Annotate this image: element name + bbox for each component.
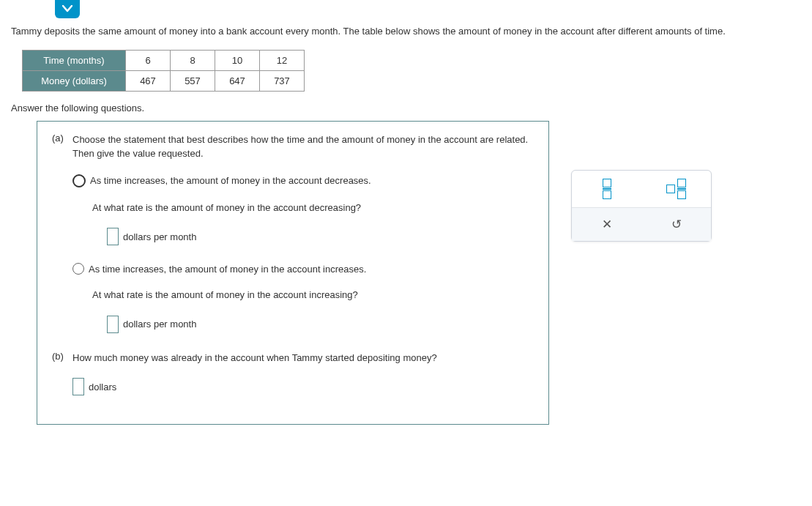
table-row: Time (months) 6 8 10 12 xyxy=(23,50,305,70)
table-cell: 6 xyxy=(126,50,171,70)
table-row: Money (dollars) 467 557 647 737 xyxy=(23,70,305,91)
table-cell: 737 xyxy=(260,70,305,91)
fraction-icon xyxy=(603,179,611,199)
tool-panel: ✕ ↺ xyxy=(571,170,712,242)
table-cell: 10 xyxy=(215,50,260,70)
data-table: Time (months) 6 8 10 12 Money (dollars) … xyxy=(22,50,305,92)
option-increases-label: As time increases, the amount of money i… xyxy=(89,264,366,275)
part-b-marker: (b) xyxy=(52,351,72,362)
part-a-marker: (a) xyxy=(52,133,72,144)
radio-option-increases[interactable] xyxy=(72,263,84,275)
fraction-tool[interactable] xyxy=(572,171,641,207)
answer-prompt: Answer the following questions. xyxy=(11,103,801,114)
clear-button[interactable]: ✕ xyxy=(572,208,641,241)
table-cell: 647 xyxy=(215,70,260,91)
rate-decreasing-question: At what rate is the amount of money in t… xyxy=(92,201,534,215)
part-b-prompt: How much money was already in the accoun… xyxy=(72,351,534,365)
table-cell: 557 xyxy=(171,70,215,91)
reset-icon: ↺ xyxy=(671,217,682,232)
initial-amount-unit: dollars xyxy=(89,382,116,392)
rate-increasing-question: At what rate is the amount of money in t… xyxy=(92,288,534,302)
table-header-time: Time (months) xyxy=(23,50,126,70)
part-a-prompt: Choose the statement that best describes… xyxy=(72,133,534,161)
reset-button[interactable]: ↺ xyxy=(641,208,711,241)
table-cell: 467 xyxy=(126,70,171,91)
table-cell: 8 xyxy=(171,50,215,70)
mixed-number-tool[interactable] xyxy=(641,171,711,207)
initial-amount-input[interactable] xyxy=(72,378,84,395)
expand-button[interactable] xyxy=(55,0,80,18)
option-decreases-label: As time increases, the amount of money i… xyxy=(90,175,371,186)
radio-option-decreases[interactable] xyxy=(72,174,86,187)
rate-increasing-input[interactable] xyxy=(107,316,119,333)
rate-decreasing-unit: dollars per month xyxy=(123,231,196,242)
rate-increasing-unit: dollars per month xyxy=(123,319,196,330)
problem-statement: Tammy deposits the same amount of money … xyxy=(11,24,801,39)
rate-decreasing-input[interactable] xyxy=(107,228,119,245)
table-header-money: Money (dollars) xyxy=(23,70,126,91)
mixed-number-icon xyxy=(666,179,686,199)
close-icon: ✕ xyxy=(602,217,612,232)
table-cell: 12 xyxy=(260,50,305,70)
question-box: (a) Choose the statement that best descr… xyxy=(37,121,549,425)
